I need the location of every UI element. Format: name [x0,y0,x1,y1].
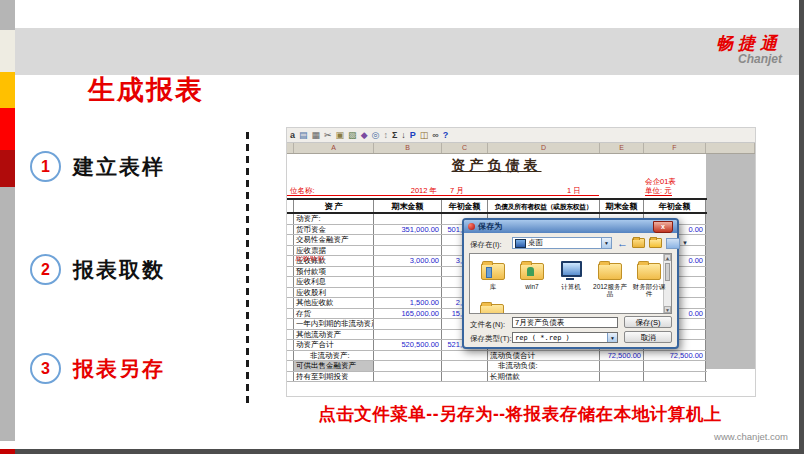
chevron-down-icon[interactable]: ▼ [601,238,611,248]
report-title: 资产负债表 [287,157,706,175]
file-list-item[interactable]: win7 [513,258,551,290]
cell-d: 非流动负债: [488,361,600,371]
step-1-label: 建立表样 [73,153,165,181]
file-list-item[interactable]: 2012服务产品 [591,258,629,297]
table-header-row: 资 产期末金额年初金额负债及所有者权益（或股东权益）期末金额年初金额 [287,198,707,214]
header-cell: 负债及所有者权益（或股东权益） [488,200,600,212]
folder-glyph [637,263,661,280]
slide-right-border [799,0,804,454]
column-letter: A [294,143,374,153]
folder-icon[interactable] [480,304,504,314]
cell-b: 1,500.00 [374,298,442,308]
meta-unit: 单位: 元 [645,186,672,196]
file-list-item[interactable]: 财务部分课件 [630,258,668,297]
table-row: 非流动资产:流动负债合计72,500.0072,500.00 [287,351,707,362]
gutter-cell [287,256,294,266]
meta-unit-name: 位名称: [290,186,315,195]
save-button[interactable]: 保存(S) [624,316,672,328]
step-2: 2 报表取数 [30,254,165,285]
filename-label: 文件名(N): [470,320,505,330]
save-in-combobox[interactable]: 桌面 ▼ [512,237,612,249]
gutter-cell [287,361,294,371]
instruction-text: 点击文件菜单--另存为--将报表存储在本地计算机上 [252,402,788,426]
step-2-label: 报表取数 [73,256,165,284]
sort-icon[interactable]: ↕ [383,130,388,140]
paste-icon[interactable]: ▧ [348,130,357,140]
help-icon[interactable]: ? [443,130,449,140]
file-list[interactable]: ▲ ▼ 库win7计算机2012服务产品财务部分课件 [469,253,672,314]
computer-glyph [561,261,582,277]
table-row: 可供出售金融资产非流动负债: [287,361,707,372]
strip-yellow [0,72,15,108]
header-cell: 资 产 [294,200,374,212]
gutter-cell [287,288,294,298]
copy-icon[interactable]: ▣ [336,130,345,140]
folder-icon [591,258,629,280]
cell-a: 可供出售金融资产 [294,361,374,371]
meta-underline [287,195,599,196]
top-banner: 畅捷通 Chanjet [15,28,804,75]
cell-b [374,277,442,287]
cell-f: 72,500.00 [644,351,706,361]
file-list-item[interactable]: 库 [474,258,512,290]
font-icon[interactable]: a [290,130,295,140]
cell-e [600,361,644,371]
file-list-item[interactable]: 计算机 [552,258,590,290]
cell-a: 预付款项 [294,267,374,277]
find-icon[interactable]: ◎ [372,130,380,140]
slide-bottom-red-accent [0,449,15,454]
computer-icon [552,258,590,280]
new-sheet-icon[interactable]: ▤ [299,130,308,140]
folder-icon [630,258,668,280]
cell-a: 存货 [294,309,374,319]
dialog-nav-icons: ← ▼ [617,237,688,249]
step-2-number: 2 [30,254,61,285]
cell-a: 其他应收款 [294,298,374,308]
filename-input[interactable] [512,317,618,328]
red-annotation: 应收账款 [295,256,325,262]
gutter-cell [287,267,294,277]
p-icon[interactable]: P [410,130,416,140]
views-caret-icon[interactable]: ▼ [682,240,688,246]
column-letter: B [374,143,442,153]
chevron-down-icon[interactable]: ▼ [607,333,617,342]
logo-en-text: Chanjet [716,53,782,66]
filetype-value: rep ( *.rep ) [513,334,570,342]
dashed-divider [246,132,249,406]
cell-b [374,214,442,224]
sort-desc-icon[interactable]: ↓ [401,130,406,140]
sum-icon[interactable]: Σ [392,130,397,140]
cell-a: 应收账款应收账款 [294,256,374,266]
new-folder-icon[interactable] [649,238,662,248]
gutter-cell [287,330,294,340]
cut-icon[interactable]: ✂ [324,130,332,140]
step-3-number: 3 [30,353,61,384]
cell-b: 165,000.00 [374,309,442,319]
cell-f [644,361,706,371]
format-painter-icon[interactable]: ◆ [361,130,368,140]
header-cell: 期末金额 [374,200,442,212]
views-icon[interactable] [666,238,680,249]
print-icon[interactable]: ▦ [312,130,321,140]
up-folder-icon[interactable] [632,238,645,248]
cancel-button[interactable]: 取消 [624,331,672,343]
link-icon[interactable]: ∞ [432,130,438,140]
strip-cream [0,30,15,72]
scroll-down-icon[interactable]: ▼ [664,306,671,313]
header-cell: 期末金额 [600,200,644,212]
gutter-cell [287,372,294,382]
dialog-titlebar[interactable]: 保存为 x [464,220,677,233]
back-icon[interactable]: ← [617,238,628,249]
cell-b [374,319,442,329]
step-1-number: 1 [30,151,61,182]
page-title: 生成报表 [88,72,204,108]
cell-c [442,372,488,382]
chart-icon[interactable]: ◫ [420,130,429,140]
gutter-cell [287,225,294,235]
cell-a: 交易性金融资产 [294,235,374,245]
cell-a: 其他流动资产 [294,330,374,340]
cell-c [442,361,488,371]
cell-d: 流动负债合计 [488,351,600,361]
filetype-select[interactable]: rep ( *.rep ) ▼ [512,332,618,343]
close-icon[interactable]: x [653,221,673,233]
